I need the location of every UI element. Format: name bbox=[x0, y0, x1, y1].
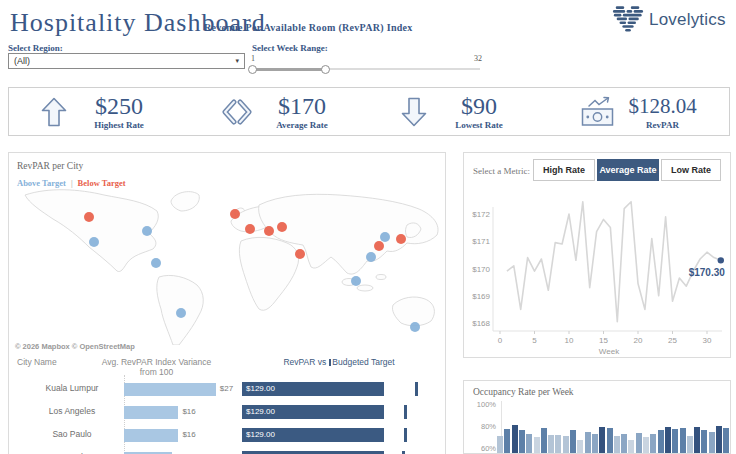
occupancy-bar[interactable] bbox=[599, 427, 605, 454]
logo-wordmark: Lovelytics bbox=[649, 10, 726, 30]
x-tick-label: 15 bbox=[599, 336, 608, 345]
occupancy-y-label: 80% bbox=[468, 422, 496, 431]
kpi-highest-rate: $250 Highest Rate bbox=[9, 88, 189, 135]
week-filter-label: Select Week Range: bbox=[252, 43, 328, 53]
city-dot-below[interactable] bbox=[245, 224, 255, 234]
city-dot-above[interactable] bbox=[151, 258, 161, 268]
arrow-up-icon bbox=[41, 97, 67, 127]
occupancy-bar[interactable] bbox=[621, 434, 627, 454]
city-dot-above[interactable] bbox=[410, 322, 420, 332]
week-max-label: 32 bbox=[468, 54, 482, 63]
city-dot-below[interactable] bbox=[374, 241, 384, 251]
occupancy-bar[interactable] bbox=[665, 427, 671, 454]
week-slider-handle-left[interactable] bbox=[248, 65, 257, 74]
occupancy-bar[interactable] bbox=[577, 440, 583, 454]
x-axis-title: Week bbox=[599, 347, 620, 356]
city-dot-below[interactable] bbox=[84, 212, 94, 222]
week-min-label: 1 bbox=[251, 54, 255, 63]
kpi-summary-bar: $250 Highest Rate $170 Average Rate $90 … bbox=[8, 87, 730, 136]
occupancy-bar[interactable] bbox=[563, 436, 569, 454]
y-tick-label: $171 bbox=[472, 237, 490, 246]
occupancy-bar[interactable] bbox=[585, 432, 591, 454]
revpar-bar[interactable]: $129.00 bbox=[242, 405, 384, 419]
occupancy-bar[interactable] bbox=[723, 428, 729, 454]
x-tick-label: 5 bbox=[532, 336, 537, 345]
revpar-bar[interactable]: $129.00 bbox=[242, 382, 384, 396]
budget-target-tick bbox=[404, 428, 407, 442]
world-map[interactable] bbox=[9, 185, 445, 345]
y-tick-label: $172 bbox=[472, 210, 490, 219]
occupancy-title: Occupancy Rate per Week bbox=[473, 387, 574, 397]
occupancy-bar[interactable] bbox=[526, 434, 532, 454]
occupancy-bar[interactable] bbox=[497, 436, 503, 454]
occupancy-bar[interactable] bbox=[504, 429, 510, 454]
table-row: Seoul$14$129.00 bbox=[9, 447, 445, 454]
col-header-revpar: RevPAR vsBudgeted Target bbox=[269, 357, 409, 367]
occupancy-bar[interactable] bbox=[570, 430, 576, 454]
occupancy-bar[interactable] bbox=[636, 433, 642, 454]
lovelytics-logo: Lovelytics bbox=[612, 6, 726, 33]
y-tick-label: $170 bbox=[472, 265, 490, 274]
occupancy-bar[interactable] bbox=[687, 436, 693, 454]
occupancy-bar[interactable] bbox=[643, 437, 649, 454]
occupancy-bar[interactable] bbox=[592, 434, 598, 454]
x-tick-label: 10 bbox=[565, 336, 574, 345]
y-tick-label: $168 bbox=[472, 319, 490, 328]
button-low-rate[interactable]: Low Rate bbox=[661, 159, 721, 181]
kpi-value: $90 bbox=[427, 94, 531, 119]
occupancy-bar[interactable] bbox=[548, 435, 554, 454]
city-dot-below[interactable] bbox=[264, 226, 274, 236]
occupancy-bar[interactable] bbox=[628, 440, 634, 454]
rate-line[interactable] bbox=[507, 202, 721, 322]
city-dot-above[interactable] bbox=[380, 232, 390, 242]
city-dot-below[interactable] bbox=[230, 209, 240, 219]
occupancy-bar[interactable] bbox=[512, 425, 518, 454]
rate-line-chart: $168$169$170$171$172051015202530Week$170… bbox=[464, 187, 732, 357]
city-dot-below[interactable] bbox=[277, 222, 287, 232]
variance-bar[interactable] bbox=[124, 406, 178, 419]
revpar-bar[interactable]: $129.00 bbox=[242, 428, 384, 442]
occupancy-bar[interactable] bbox=[658, 430, 664, 454]
city-dot-below[interactable] bbox=[295, 249, 305, 259]
city-dot-above[interactable] bbox=[351, 276, 361, 286]
occupancy-bar[interactable] bbox=[694, 427, 700, 454]
occupancy-bar[interactable] bbox=[519, 430, 525, 454]
occupancy-bar[interactable] bbox=[672, 429, 678, 454]
occupancy-bar[interactable] bbox=[555, 435, 561, 454]
variance-bar[interactable] bbox=[124, 429, 178, 442]
region-dropdown[interactable]: (All) ▾ bbox=[8, 53, 245, 69]
city-dot-above[interactable] bbox=[176, 308, 186, 318]
col-header-variance: Avg. RevPAR Index Variance from 100 bbox=[94, 357, 219, 377]
city-name[interactable]: Kuala Lumpur bbox=[17, 383, 127, 393]
chevron-down-icon: ▾ bbox=[235, 57, 239, 65]
city-dot-above[interactable] bbox=[366, 252, 376, 262]
col-header-city: City Name bbox=[17, 357, 57, 367]
current-week-dot[interactable] bbox=[718, 257, 724, 263]
occupancy-bar[interactable] bbox=[701, 430, 707, 454]
occupancy-bar[interactable] bbox=[716, 426, 722, 454]
kpi-value: $250 bbox=[67, 94, 171, 119]
occupancy-bar[interactable] bbox=[614, 436, 620, 454]
occupancy-bar[interactable] bbox=[541, 428, 547, 454]
map-panel: RevPAR per City Above Target|Below Targe… bbox=[8, 152, 446, 454]
week-slider-handle-right[interactable] bbox=[321, 65, 330, 74]
occupancy-bar[interactable] bbox=[650, 434, 656, 454]
variance-value-label: $16 bbox=[182, 407, 195, 416]
occupancy-bar[interactable] bbox=[607, 428, 613, 454]
button-average-rate[interactable]: Average Rate bbox=[597, 159, 659, 181]
budget-target-tick bbox=[404, 405, 407, 419]
city-dot-above[interactable] bbox=[89, 237, 99, 247]
city-dot-above[interactable] bbox=[142, 226, 152, 236]
city-dot-below[interactable] bbox=[396, 234, 406, 244]
rate-trend-panel: Select a Metric: High Rate Average Rate … bbox=[463, 152, 731, 358]
metric-selector-label: Select a Metric: bbox=[473, 166, 530, 176]
variance-bar[interactable] bbox=[124, 383, 216, 396]
hospitality-dashboard: Hospitality Dashboard Revenue Per Availa… bbox=[0, 0, 736, 454]
city-name[interactable]: Sao Paulo bbox=[17, 429, 127, 439]
occupancy-bar[interactable] bbox=[680, 428, 686, 454]
week-slider-selected-range[interactable] bbox=[252, 68, 325, 71]
occupancy-bar[interactable] bbox=[709, 432, 715, 454]
occupancy-bar[interactable] bbox=[534, 437, 540, 454]
city-name[interactable]: Los Angeles bbox=[17, 406, 127, 416]
button-high-rate[interactable]: High Rate bbox=[533, 159, 595, 181]
